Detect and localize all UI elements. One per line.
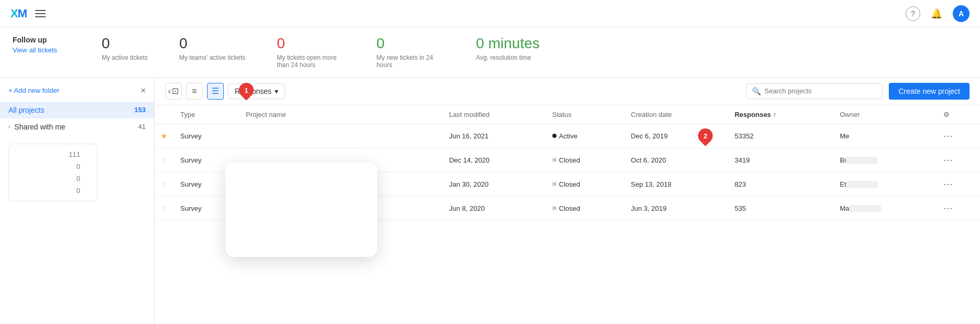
stat-active-tickets-label: My active tickets	[102, 54, 148, 61]
star-icon[interactable]: ★	[161, 132, 168, 140]
nav-right: ? 🔔 A	[906, 5, 970, 22]
grid-view-icon: ⊡	[172, 86, 179, 96]
star-icon[interactable]: ☆	[161, 156, 168, 164]
sidebar-sub-1[interactable]: 111	[9, 148, 97, 160]
row-last-modified: Dec 14, 2020	[443, 148, 546, 172]
stat-new-24h-label: My new tickets in 24 hours	[376, 54, 444, 69]
col-creation-date-header: Creation date	[625, 105, 728, 124]
status-dot-closed	[552, 158, 557, 162]
stat-team-label: My teams' active tickets	[179, 54, 245, 61]
row-last-modified: Jun 8, 2020	[443, 196, 546, 220]
table-view-button[interactable]: ≡	[186, 83, 203, 100]
stat-resolution: 0 minutes Avg. resolution time	[476, 36, 539, 61]
row-owner: Et	[833, 172, 937, 196]
hamburger-menu[interactable]	[35, 10, 46, 17]
toolbar-right: 🔍 Create new project	[746, 83, 970, 100]
help-icon[interactable]: ?	[906, 6, 920, 21]
row-status: Closed	[546, 196, 625, 220]
row-owner: Bi	[833, 148, 937, 172]
col-type-header: Type	[174, 105, 239, 124]
stat-resolution-number: 0 minutes	[476, 36, 539, 52]
table-row: ★ Survey Jun 16, 2021 Active Dec 6, 2019	[155, 124, 980, 148]
status-text: Active	[559, 132, 578, 140]
row-more-button[interactable]: ···	[943, 203, 953, 213]
create-new-project-button[interactable]: Create new project	[889, 83, 970, 100]
row-more-button[interactable]: ···	[943, 155, 953, 165]
nav-left: XM	[10, 7, 46, 20]
stat-team-number: 0	[179, 36, 245, 52]
chevron-right-icon: ›	[8, 124, 10, 129]
status-text: Closed	[559, 156, 580, 164]
sub-count-1: 111	[69, 150, 80, 158]
status-text: Closed	[559, 180, 580, 188]
row-last-modified: Jun 16, 2021	[443, 124, 546, 148]
star-icon[interactable]: ☆	[161, 180, 168, 188]
followup-title: Follow up	[13, 36, 70, 44]
sub-count-3: 0	[77, 175, 80, 182]
sub-count-4: 0	[77, 187, 80, 195]
stat-team-tickets: 0 My teams' active tickets	[179, 36, 245, 61]
status-dot-closed	[552, 182, 557, 186]
top-nav: XM ? 🔔 A	[0, 0, 980, 27]
redacted-owner	[846, 181, 878, 188]
col-status-header: Status	[546, 105, 625, 124]
redacted-owner	[846, 157, 877, 164]
col-project-name-header: Project name	[239, 105, 443, 124]
star-icon[interactable]: ☆	[161, 204, 168, 212]
stat-new-24h-number: 0	[376, 36, 444, 52]
chevron-left-icon: ‹	[168, 87, 171, 96]
row-last-modified: Jan 30, 2020	[443, 172, 546, 196]
status-text: Closed	[559, 204, 580, 212]
row-more-button[interactable]: ···	[943, 131, 953, 141]
search-box[interactable]: 🔍	[746, 83, 883, 99]
notification-bell-icon[interactable]: 🔔	[931, 8, 942, 19]
sidebar-item-all-projects[interactable]: All projects 153	[0, 102, 154, 118]
search-input[interactable]	[764, 87, 877, 95]
sidebar-sub-3[interactable]: 0	[9, 172, 97, 185]
folder-panel: 111 0 0 0	[8, 144, 97, 201]
stat-open-24h-label: My tickets open more than 24 hours	[277, 54, 345, 69]
collapse-panel-button[interactable]: ‹ ⊡	[165, 83, 182, 100]
redacted-owner	[850, 205, 881, 212]
col-owner-header: Owner	[833, 105, 937, 124]
close-sidebar-button[interactable]: ×	[141, 86, 146, 95]
col-star	[155, 105, 174, 124]
rows-icon: ≡	[192, 87, 197, 96]
sidebar-sub-4[interactable]: 0	[9, 185, 97, 197]
col-last-modified-header: Last modified	[443, 105, 546, 124]
stat-resolution-label: Avg. resolution time	[476, 54, 539, 61]
row-responses: 535	[728, 196, 834, 220]
settings-gear-icon[interactable]: ⚙	[943, 111, 950, 118]
row-owner: Me	[833, 124, 937, 148]
responses-col-label: Responses	[735, 111, 771, 118]
table-header: Type Project name Last modified Status C…	[155, 105, 980, 124]
row-responses: 823	[728, 172, 834, 196]
row-status: Active	[546, 124, 625, 148]
stats-bar: Follow up View all tickets 0 My active t…	[0, 27, 980, 78]
stat-active-tickets-number: 0	[102, 36, 148, 52]
avatar[interactable]: A	[953, 5, 970, 22]
add-folder-button[interactable]: + Add new folder	[8, 87, 59, 94]
toolbar-left: ‹ ⊡ ≡ ☰ Responses ▾	[165, 83, 285, 100]
xm-logo[interactable]: XM	[10, 7, 27, 20]
status-dot-active	[552, 134, 557, 138]
responses-dropdown[interactable]: Responses ▾	[228, 83, 285, 99]
sidebar-all-projects-label: All projects	[8, 106, 44, 114]
view-all-tickets-link[interactable]: View all tickets	[13, 46, 70, 54]
row-project-name[interactable]	[239, 124, 443, 148]
list-icon: ☰	[212, 86, 219, 96]
col-responses-header[interactable]: Responses ↑	[728, 105, 834, 124]
sidebar-all-projects-count: 153	[134, 106, 146, 114]
sidebar-sub-2[interactable]: 0	[9, 160, 97, 172]
row-more-button[interactable]: ···	[943, 179, 953, 189]
content-toolbar: ‹ ⊡ ≡ ☰ Responses ▾ 🔍	[155, 78, 980, 105]
stat-open-24h-number: 0	[277, 36, 345, 52]
list-view-button[interactable]: ☰	[207, 83, 224, 100]
stat-open-24h: 0 My tickets open more than 24 hours	[277, 36, 345, 69]
row-creation-date: Jun 3, 2019	[625, 196, 728, 220]
sidebar: + Add new folder × All projects 153 › Sh…	[0, 78, 155, 324]
row-type: Survey	[174, 124, 239, 148]
row-responses: 3419	[728, 148, 834, 172]
dropdown-chevron-icon: ▾	[275, 87, 278, 95]
sidebar-item-shared-with-me[interactable]: › Shared with me 41	[0, 118, 154, 135]
